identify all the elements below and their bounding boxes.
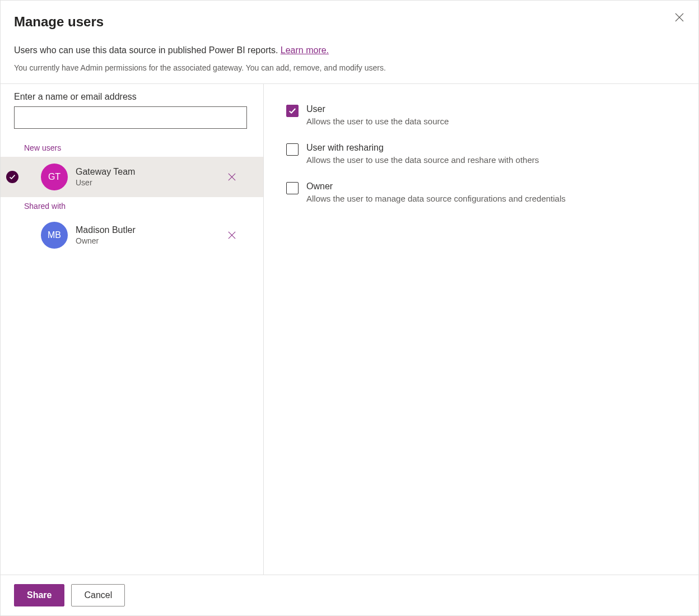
shared-with-label: Shared with — [1, 197, 263, 215]
permission-title: User — [306, 104, 449, 114]
check-icon — [288, 107, 296, 115]
users-pane: Enter a name or email address New users … — [1, 84, 264, 575]
user-role: Owner — [76, 236, 215, 246]
user-name: Gateway Team — [76, 166, 215, 178]
permission-text: User with resharing Allows the user to u… — [306, 143, 539, 165]
new-users-label: New users — [1, 139, 263, 157]
checkbox[interactable] — [286, 182, 299, 194]
dialog-subdescription: You currently have Admin permissions for… — [14, 63, 685, 72]
permission-text: User Allows the user to use the data sou… — [306, 104, 449, 126]
permission-user-resharing[interactable]: User with resharing Allows the user to u… — [286, 143, 676, 165]
close-icon — [228, 231, 236, 239]
dialog-header: Manage users Users who can use this data… — [1, 1, 698, 84]
permission-desc: Allows the user to manage data source co… — [306, 194, 566, 203]
cancel-button[interactable]: Cancel — [71, 584, 125, 606]
name-input[interactable] — [14, 106, 247, 129]
check-icon — [9, 174, 16, 180]
user-row[interactable]: MB Madison Butler Owner — [1, 215, 263, 255]
dialog-description: Users who can use this data source in pu… — [14, 45, 685, 55]
permissions-pane: User Allows the user to use the data sou… — [264, 84, 698, 575]
input-section: Enter a name or email address — [1, 84, 263, 139]
checkbox[interactable] — [286, 105, 299, 117]
description-text: Users who can use this data source in pu… — [14, 45, 281, 55]
dialog-body: Enter a name or email address New users … — [1, 84, 698, 575]
avatar: MB — [41, 222, 68, 249]
permission-desc: Allows the user to use the data source a… — [306, 155, 539, 165]
user-role: User — [76, 178, 215, 188]
manage-users-dialog: Manage users Users who can use this data… — [0, 0, 699, 616]
selected-badge — [6, 171, 18, 183]
close-icon — [675, 13, 684, 22]
permission-owner[interactable]: Owner Allows the user to manage data sou… — [286, 181, 676, 203]
dialog-title: Manage users — [14, 14, 685, 30]
checkbox[interactable] — [286, 143, 299, 156]
user-info: Madison Butler Owner — [76, 225, 215, 246]
permission-title: Owner — [306, 181, 566, 192]
remove-user-button[interactable] — [223, 226, 241, 244]
avatar: GT — [41, 164, 68, 190]
avatar-initials: MB — [48, 230, 61, 240]
user-row[interactable]: GT Gateway Team User — [1, 157, 263, 197]
learn-more-link[interactable]: Learn more. — [281, 45, 329, 55]
close-button[interactable] — [670, 8, 688, 26]
dialog-footer: Share Cancel — [1, 575, 698, 615]
permission-user[interactable]: User Allows the user to use the data sou… — [286, 104, 676, 126]
user-name: Madison Butler — [76, 225, 215, 236]
name-input-label: Enter a name or email address — [14, 92, 250, 102]
share-button[interactable]: Share — [14, 584, 64, 606]
remove-user-button[interactable] — [223, 168, 241, 186]
permission-title: User with resharing — [306, 143, 539, 153]
user-info: Gateway Team User — [76, 166, 215, 188]
avatar-initials: GT — [48, 172, 60, 182]
permission-text: Owner Allows the user to manage data sou… — [306, 181, 566, 203]
close-icon — [228, 173, 236, 181]
permission-desc: Allows the user to use the data source — [306, 116, 449, 126]
